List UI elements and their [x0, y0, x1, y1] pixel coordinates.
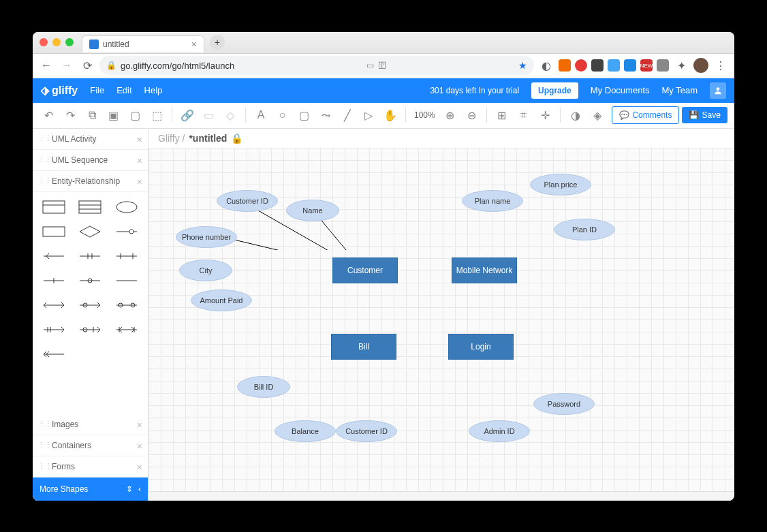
browser-menu-icon[interactable]: ⋮ [713, 59, 729, 72]
save-button[interactable]: 💾 Save [682, 107, 727, 123]
menu-help[interactable]: Help [144, 85, 163, 95]
text-tool-icon[interactable]: A [251, 106, 270, 125]
shape-line-9[interactable] [76, 297, 105, 313]
minimize-window[interactable] [52, 38, 61, 46]
pointer-tool-icon[interactable]: ▷ [360, 106, 379, 125]
reload-button[interactable]: ⟳ [79, 57, 95, 74]
shape-table[interactable] [76, 199, 105, 215]
sidebar-section-er[interactable]: ⋮⋮Entity-Relationship× [33, 171, 148, 192]
sidebar-section-containers[interactable]: ⋮⋮Containers× [33, 435, 148, 456]
shape-line-4[interactable] [112, 248, 141, 264]
redo-icon[interactable]: ↷ [61, 106, 80, 125]
ext-icon-new[interactable]: NEW [640, 59, 653, 72]
moon-icon[interactable]: ◐ [538, 57, 554, 74]
sidebar-section-uml-sequence[interactable]: ⋮⋮UML Sequence× [33, 150, 148, 171]
attr-plan-id[interactable]: Plan ID [554, 219, 615, 240]
entity-mobile-network[interactable]: Mobile Network [452, 257, 517, 283]
front-icon[interactable]: ⬚ [147, 106, 166, 125]
line-tool-icon[interactable]: ╱ [338, 106, 357, 125]
attr-customer-id-2[interactable]: Customer ID [336, 420, 397, 442]
attr-amount-paid[interactable]: Amount Paid [191, 290, 252, 311]
shape-box[interactable] [40, 223, 68, 240]
entity-customer[interactable]: Customer [332, 257, 398, 283]
attr-name[interactable]: Name [286, 200, 339, 221]
zoom-in-icon[interactable]: ⊕ [441, 106, 460, 125]
url-bar[interactable]: 🔒 go.gliffy.com/go/html5/launch ▭ ⚿ ★ [99, 56, 534, 75]
attr-phone[interactable]: Phone number [176, 226, 237, 248]
extensions-puzzle-icon[interactable]: ✦ [673, 57, 689, 74]
attr-plan-price[interactable]: Plan price [530, 174, 591, 195]
shape-line-11[interactable] [40, 322, 68, 338]
horizontal-scrollbar[interactable] [148, 491, 734, 501]
my-team-link[interactable]: My Team [662, 85, 698, 95]
attr-bill-id[interactable]: Bill ID [237, 376, 290, 398]
crosshair-icon[interactable]: ✛ [535, 106, 554, 125]
shape-rect[interactable] [40, 199, 68, 215]
ellipse-tool-icon[interactable]: ○ [273, 106, 292, 125]
attr-customer-id[interactable]: Customer ID [217, 190, 278, 212]
pan-tool-icon[interactable]: ✋ [381, 106, 400, 125]
shape-line-13[interactable] [112, 322, 141, 338]
menu-file[interactable]: File [90, 85, 104, 95]
shape-ellipse[interactable] [112, 199, 141, 215]
entity-login[interactable]: Login [448, 334, 514, 360]
ungroup-icon[interactable]: ▢ [126, 106, 145, 125]
shape-line-5[interactable] [40, 272, 68, 289]
maximize-window[interactable] [65, 38, 74, 46]
zoom-out-icon[interactable]: ⊖ [462, 106, 481, 125]
canvas[interactable]: Customer Mobile Network Bill Login Custo… [148, 148, 734, 491]
shape-line-3[interactable] [76, 248, 105, 264]
popup-icon[interactable]: ◇ [221, 106, 240, 125]
shape-line-14[interactable] [40, 346, 68, 362]
shape-line-12[interactable] [76, 322, 105, 338]
ext-icon-5[interactable] [624, 59, 636, 72]
forward-button[interactable]: → [59, 57, 75, 74]
profile-avatar[interactable] [693, 58, 708, 73]
connector-tool-icon[interactable]: ⤳ [316, 106, 335, 125]
copy-icon[interactable]: ⧉ [82, 106, 101, 125]
attr-balance[interactable]: Balance [275, 420, 336, 442]
attr-admin-id[interactable]: Admin ID [469, 420, 530, 442]
menu-edit[interactable]: Edit [116, 85, 131, 95]
sidebar-section-images[interactable]: ⋮⋮Images× [33, 414, 148, 435]
attr-city[interactable]: City [179, 260, 232, 281]
attr-plan-name[interactable]: Plan name [462, 190, 523, 212]
ext-icon-2[interactable] [575, 59, 587, 72]
close-window[interactable] [40, 38, 48, 46]
reader-icon[interactable]: ▭ [366, 61, 374, 70]
theme-icon[interactable]: ◑ [566, 106, 585, 125]
close-icon[interactable]: × [137, 134, 142, 145]
shape-line-7[interactable] [112, 272, 141, 289]
attr-password[interactable]: Password [533, 393, 595, 415]
shape-connector-1[interactable] [112, 223, 141, 240]
close-icon[interactable]: × [137, 462, 142, 473]
rect-tool-icon[interactable]: ▢ [295, 106, 314, 125]
my-documents-link[interactable]: My Documents [591, 85, 650, 95]
lock-icon[interactable]: 🔒 [231, 133, 242, 144]
shape-line-6[interactable] [76, 272, 105, 289]
zoom-level[interactable]: 100% [411, 110, 438, 120]
grid-icon[interactable]: ⊞ [492, 106, 512, 125]
grid2-icon[interactable]: ⌗ [514, 106, 533, 125]
ext-icon-3[interactable] [591, 59, 604, 72]
link-icon[interactable]: 🔗 [178, 106, 197, 125]
group-icon[interactable]: ▣ [104, 106, 123, 125]
ext-icon-4[interactable] [608, 59, 620, 72]
sidebar-section-uml-activity[interactable]: ⋮⋮UML Activity× [33, 129, 148, 150]
comments-button[interactable]: 💬 Comments [612, 106, 679, 124]
user-icon[interactable] [710, 82, 726, 99]
close-icon[interactable]: × [137, 155, 142, 166]
sidebar-section-forms[interactable]: ⋮⋮Forms× [33, 456, 148, 478]
upgrade-button[interactable]: Upgrade [531, 82, 578, 99]
close-tab-icon[interactable]: × [191, 39, 197, 50]
layers-icon[interactable]: ◈ [588, 106, 607, 125]
back-button[interactable]: ← [38, 57, 54, 74]
shape-diamond[interactable] [76, 223, 105, 240]
shape-line-10[interactable] [112, 297, 141, 313]
undo-icon[interactable]: ↶ [40, 106, 59, 125]
close-icon[interactable]: × [137, 441, 142, 452]
entity-bill[interactable]: Bill [331, 334, 396, 360]
key-icon[interactable]: ⚿ [378, 61, 386, 70]
more-shapes-button[interactable]: More Shapes ⇕ ‹ [33, 478, 148, 501]
new-tab-button[interactable]: + [210, 35, 225, 50]
